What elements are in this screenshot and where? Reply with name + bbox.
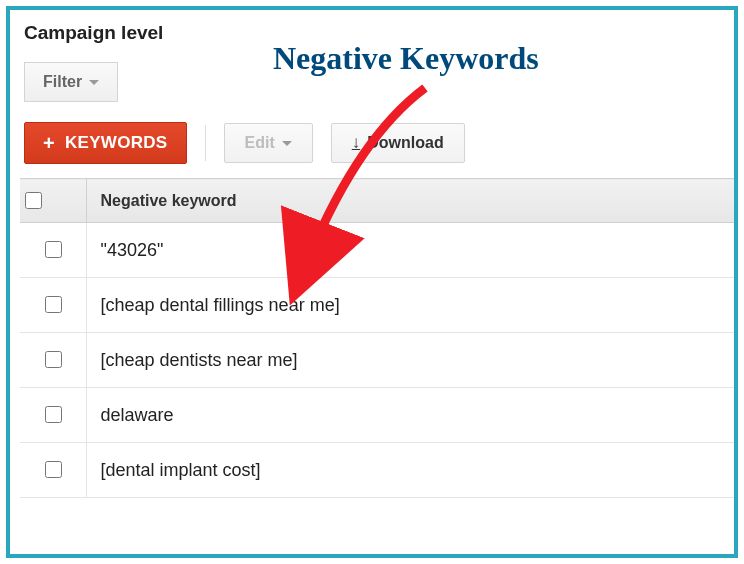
edit-button[interactable]: Edit — [224, 123, 313, 163]
negative-keywords-table: Negative keyword "43026" [cheap dental f… — [20, 178, 734, 498]
download-button[interactable]: ↓ Download — [331, 123, 465, 163]
download-label: Download — [367, 134, 443, 152]
table-header-row: Negative keyword — [20, 179, 734, 223]
table-row: delaware — [20, 388, 734, 443]
filter-button[interactable]: Filter — [24, 62, 118, 102]
row-checkbox[interactable] — [45, 461, 62, 478]
add-keywords-button[interactable]: + KEYWORDS — [24, 122, 187, 164]
row-checkbox[interactable] — [45, 241, 62, 258]
column-header-keyword[interactable]: Negative keyword — [86, 179, 734, 223]
keywords-button-label: KEYWORDS — [65, 133, 168, 153]
keyword-cell[interactable]: delaware — [86, 388, 734, 443]
row-checkbox[interactable] — [45, 406, 62, 423]
toolbar: + KEYWORDS Edit ↓ Download — [24, 122, 734, 164]
table-row: "43026" — [20, 223, 734, 278]
row-checkbox[interactable] — [45, 351, 62, 368]
table-row: [cheap dentists near me] — [20, 333, 734, 388]
select-all-checkbox[interactable] — [25, 192, 42, 209]
plus-icon: + — [43, 133, 55, 153]
row-checkbox[interactable] — [45, 296, 62, 313]
edit-label: Edit — [245, 134, 275, 152]
keyword-cell[interactable]: [cheap dental fillings near me] — [86, 278, 734, 333]
table-row: [cheap dental fillings near me] — [20, 278, 734, 333]
chevron-down-icon — [89, 80, 99, 85]
page-title: Campaign level — [24, 22, 734, 44]
filter-label: Filter — [43, 73, 82, 91]
chevron-down-icon — [282, 141, 292, 146]
keyword-cell[interactable]: [cheap dentists near me] — [86, 333, 734, 388]
divider — [205, 125, 206, 161]
keyword-cell[interactable]: "43026" — [86, 223, 734, 278]
keyword-cell[interactable]: [dental implant cost] — [86, 443, 734, 498]
table-row: [dental implant cost] — [20, 443, 734, 498]
download-icon: ↓ — [352, 134, 361, 151]
